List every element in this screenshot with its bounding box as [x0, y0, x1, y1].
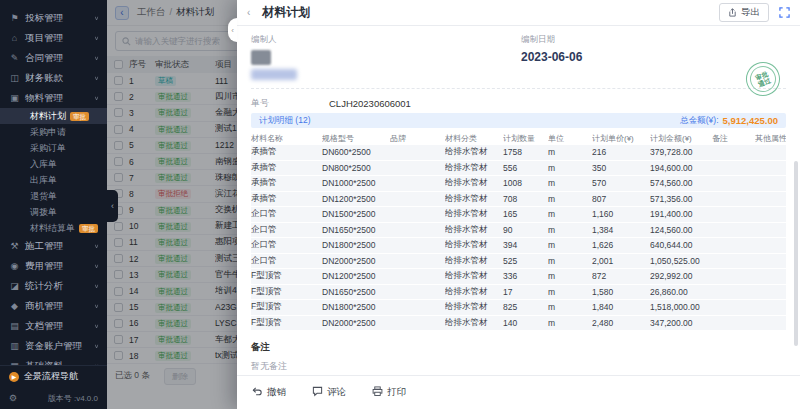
cell: DN1500*2500: [322, 209, 390, 219]
drawer-scrollbar-thumb[interactable]: [794, 161, 798, 346]
column-header: 材料名称: [251, 133, 322, 144]
export-icon: [728, 8, 737, 17]
sidebar-item[interactable]: ▦基础资料∨: [0, 356, 107, 365]
cell: 企口管: [251, 224, 322, 236]
column-header: 单位: [548, 133, 592, 144]
cell: F型顶管: [251, 286, 322, 298]
print-icon: [372, 386, 383, 399]
detail-table-row: 承插管DN1000*2500给排水管材1008m570574,560.00: [251, 176, 786, 192]
chevron-down-icon: ∨: [94, 323, 99, 329]
sidebar-item[interactable]: ▤文档管理∨: [0, 316, 107, 336]
document-info-row: 编制人 编制日期 2023-06-06: [251, 34, 786, 89]
chevron-down-icon: ∨: [94, 363, 99, 365]
sidebar-item[interactable]: ⌂项目管理∨: [0, 28, 107, 48]
print-button[interactable]: 打印: [372, 386, 406, 399]
cell: 570: [592, 178, 650, 188]
sidebar-subitem[interactable]: 出库单: [0, 172, 107, 188]
chevron-down-icon: ∨: [94, 343, 99, 349]
cell: 给排水管材: [445, 270, 503, 282]
cell: 给排水管材: [445, 146, 503, 158]
sidebar-item[interactable]: ▥资金账户管理∨: [0, 336, 107, 356]
cell: 336: [503, 271, 548, 281]
creator-label: 编制人: [251, 34, 521, 46]
cell: 571,356.00: [650, 194, 712, 204]
panorama-nav-button[interactable]: ▶ 全景流程导航: [0, 365, 107, 387]
sidebar-subitem[interactable]: 采购订单: [0, 140, 107, 156]
cell: 企口管: [251, 208, 322, 220]
detail-table-row: 承插管DN600*2500给排水管材1758m216379,728.00: [251, 145, 786, 161]
cell: F型顶管: [251, 270, 322, 282]
doc-number-row: 单号 CLJH20230606001: [251, 93, 786, 113]
sidebar-subitem[interactable]: 调拨单: [0, 204, 107, 220]
drawer-collapse-handle[interactable]: ‹: [228, 18, 237, 42]
material-plan-detail-drawer: ‹ ‹ 材料计划 导出 审批 通过: [237, 0, 800, 409]
fullscreen-expand-icon[interactable]: [779, 7, 790, 18]
cell: m: [548, 240, 592, 250]
cell: 承插管: [251, 146, 322, 158]
chevron-left-icon[interactable]: ‹: [247, 7, 250, 18]
drawer-footer-actions: 撤销评论打印: [237, 375, 800, 409]
cell: 379,728.00: [650, 147, 712, 157]
sidebar-item[interactable]: ▣物料管理∨: [0, 88, 107, 108]
cell: DN1200*2500: [322, 194, 390, 204]
sidebar-subitem[interactable]: 材料结算单审批: [0, 220, 107, 236]
chevron-down-icon: ∨: [94, 15, 99, 21]
column-header: 计划数量: [503, 133, 548, 144]
sidebar-subitem[interactable]: 退货单: [0, 188, 107, 204]
sidebar-subitem[interactable]: 入库单: [0, 156, 107, 172]
sidebar-item[interactable]: ◪统计分析∨: [0, 276, 107, 296]
export-button[interactable]: 导出: [719, 3, 769, 22]
cell: m: [548, 178, 592, 188]
cell: 708: [503, 194, 548, 204]
cell: 216: [592, 147, 650, 157]
sidebar-item[interactable]: ⚒施工管理∨: [0, 236, 107, 256]
sidebar-subitem-label: 入库单: [30, 158, 57, 171]
cell: 给排水管材: [445, 177, 503, 189]
cell: 872: [592, 271, 650, 281]
stats-icon: ◪: [8, 281, 21, 291]
plan-detail-title: 计划明细 (12): [259, 115, 310, 127]
sidebar-item[interactable]: ◫财务账款∨: [0, 68, 107, 88]
cell: 556: [503, 163, 548, 173]
material-icon: ▣: [8, 93, 21, 103]
sidebar-item[interactable]: ⚑投标管理∨: [0, 8, 107, 28]
cell: DN1000*2500: [322, 178, 390, 188]
sidebar-subitem[interactable]: 材料计划审批: [0, 108, 107, 124]
sidebar-item-label: 项目管理: [25, 32, 63, 45]
comment-button[interactable]: 评论: [312, 386, 346, 399]
sidebar-subitem[interactable]: 采购申请: [0, 124, 107, 140]
sidebar-item[interactable]: ✎合同管理∨: [0, 48, 107, 68]
detail-table-body: 承插管DN600*2500给排水管材1758m216379,728.00承插管D…: [251, 145, 786, 331]
date-value: 2023-06-06: [521, 50, 582, 64]
detail-table-header: 材料名称规格型号品牌材料分类计划数量单位计划单价(¥)计划金额(¥)备注其他属性: [251, 131, 786, 145]
approval-badge: 审批: [70, 112, 89, 121]
action-label: 撤销: [267, 386, 286, 399]
cell: DN600*2500: [322, 147, 390, 157]
sidebar-collapse-handle[interactable]: ‹: [107, 190, 118, 222]
sidebar-item-label: 文档管理: [25, 320, 63, 333]
cell: 给排水管材: [445, 208, 503, 220]
chevron-down-icon: ∨: [94, 95, 99, 101]
sidebar-item[interactable]: ◉费用管理∨: [0, 256, 107, 276]
chevron-down-icon: ∨: [94, 303, 99, 309]
detail-table-row: F型顶管DN1200*2500给排水管材336m872292,992.00: [251, 269, 786, 285]
drawer-body: 审批 通过 编制人 编制日期 2023-06-06 单号 CLJH2023060…: [237, 26, 800, 375]
date-block: 编制日期 2023-06-06: [521, 34, 582, 80]
cell: 1,384: [592, 225, 650, 235]
cell: DN1800*2500: [322, 240, 390, 250]
chevron-down-icon: ∨: [94, 243, 99, 249]
cell: 26,860.00: [650, 287, 712, 297]
cell: DN800*2500: [322, 163, 390, 173]
sidebar-item[interactable]: ◆商机管理∨: [0, 296, 107, 316]
sidebar-item-label: 财务账款: [25, 72, 63, 85]
cell: 574,560.00: [650, 178, 712, 188]
cell: m: [548, 302, 592, 312]
sidebar-item-label: 统计分析: [25, 280, 63, 293]
construction-icon: ⚒: [8, 241, 21, 251]
chevron-down-icon: ∨: [94, 35, 99, 41]
cell: 394: [503, 240, 548, 250]
settings-gear-icon[interactable]: ⚙: [9, 393, 17, 403]
cell: 1,160: [592, 209, 650, 219]
cell: 90: [503, 225, 548, 235]
revoke-button[interactable]: 撤销: [252, 386, 286, 399]
